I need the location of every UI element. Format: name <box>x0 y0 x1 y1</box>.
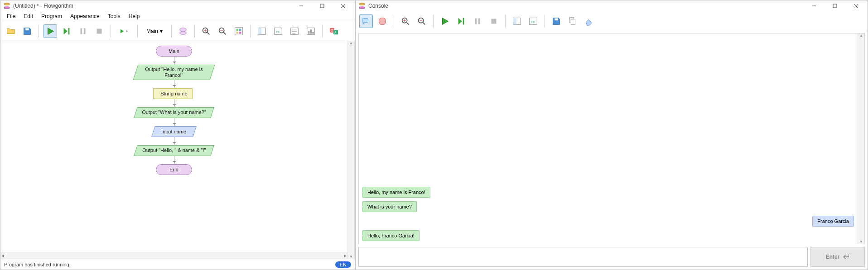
enter-button[interactable]: Enter <box>810 247 865 267</box>
menu-tools[interactable]: Tools <box>104 12 124 20</box>
function-dropdown[interactable]: Main ▾ <box>142 26 167 36</box>
layout-icon[interactable] <box>232 24 246 38</box>
svg-rect-35 <box>310 29 312 33</box>
zoom-out-icon[interactable] <box>216 24 229 38</box>
view-console-icon[interactable] <box>288 24 301 38</box>
stop-icon[interactable] <box>92 24 106 38</box>
svg-point-11 <box>180 28 187 31</box>
svg-rect-44 <box>833 4 837 8</box>
view-code-icon[interactable] <box>255 24 269 38</box>
flow-arrow <box>174 137 174 145</box>
node-output-3[interactable]: Output "Hello, " & name & "!" <box>134 145 214 156</box>
copy-icon[interactable] <box>566 14 579 28</box>
svg-rect-59 <box>492 19 497 24</box>
console-window: Console x= Hello, my name is Franco! Wha… <box>355 0 868 270</box>
svg-rect-7 <box>68 28 70 34</box>
zoom-in-icon[interactable] <box>199 24 213 38</box>
language-pill[interactable]: EN <box>335 261 351 268</box>
menu-appearance[interactable]: Appearance <box>67 12 103 20</box>
close-button[interactable] <box>334 0 352 11</box>
svg-rect-3 <box>320 4 324 8</box>
run-icon[interactable] <box>438 14 452 28</box>
svg-rect-22 <box>239 28 241 31</box>
console-toolbar: x= <box>356 11 868 31</box>
menu-file[interactable]: File <box>3 12 19 20</box>
add-shape-icon[interactable] <box>176 24 190 38</box>
svg-text:文: 文 <box>331 28 333 32</box>
minimize-button[interactable] <box>805 0 823 11</box>
window-title: (Untitled) * - Flowgorithm <box>13 3 289 9</box>
view-chart-icon[interactable] <box>304 24 318 38</box>
enter-label: Enter <box>826 254 840 260</box>
console-message-out: Hello, my name is Franco! <box>362 187 430 198</box>
svg-rect-56 <box>463 18 464 24</box>
menu-edit[interactable]: Edit <box>20 12 37 20</box>
flowgorithm-window: (Untitled) * - Flowgorithm File Edit Pro… <box>0 0 355 270</box>
console-input[interactable] <box>358 247 808 267</box>
menu-help[interactable]: Help <box>125 12 144 20</box>
svg-line-18 <box>224 32 226 34</box>
node-start[interactable]: Main <box>156 46 192 57</box>
translate-icon[interactable]: 文A <box>327 24 341 38</box>
flowchart-canvas[interactable]: Main Output "Hello, my name is Franco!" … <box>0 41 355 259</box>
maximize-button[interactable] <box>826 0 844 11</box>
svg-line-14 <box>207 32 210 34</box>
save-icon[interactable] <box>20 24 34 38</box>
chevron-down-icon: ▾ <box>160 28 163 34</box>
editor-toolbar: Main ▾ x= 文A <box>0 21 355 41</box>
pause-icon[interactable] <box>471 14 484 28</box>
view-vars-icon[interactable]: x= <box>271 24 285 38</box>
svg-rect-8 <box>81 28 82 34</box>
open-icon[interactable] <box>4 24 18 38</box>
maximize-button[interactable] <box>313 0 331 11</box>
minimize-button[interactable] <box>292 0 310 11</box>
node-output-2[interactable]: Output "What is your name?" <box>134 107 214 118</box>
svg-point-12 <box>180 31 187 34</box>
console-body: Hello, my name is Franco! What is your n… <box>356 31 868 270</box>
titlebar: (Untitled) * - Flowgorithm <box>0 0 355 11</box>
zoom-out-icon[interactable] <box>415 14 429 28</box>
svg-rect-1 <box>4 7 10 9</box>
speed-icon[interactable] <box>116 24 133 38</box>
svg-text:x=: x= <box>531 19 535 24</box>
zoom-in-icon[interactable] <box>399 14 412 28</box>
svg-rect-42 <box>359 7 365 9</box>
view-code-icon[interactable] <box>510 14 524 28</box>
titlebar: Console <box>356 0 868 11</box>
flow-arrow <box>174 57 174 65</box>
svg-rect-58 <box>478 18 480 24</box>
svg-rect-9 <box>84 28 86 34</box>
node-input[interactable]: Input name <box>151 126 197 137</box>
vertical-scrollbar[interactable]: ▲▼ <box>858 33 864 244</box>
statusbar: Program has finished running. EN <box>0 259 355 270</box>
status-message: Program has finished running. <box>4 262 71 267</box>
flow-arrow <box>174 156 174 164</box>
close-button[interactable] <box>847 0 865 11</box>
svg-marker-48 <box>379 18 386 24</box>
function-selected: Main <box>146 28 158 34</box>
run-icon[interactable] <box>43 24 57 38</box>
svg-rect-26 <box>258 28 261 34</box>
view-vars-icon[interactable]: x= <box>526 14 540 28</box>
node-declare[interactable]: String name <box>155 88 193 99</box>
step-icon[interactable] <box>454 14 468 28</box>
svg-rect-0 <box>4 3 10 5</box>
console-output[interactable]: Hello, my name is Franco! What is your n… <box>358 33 865 244</box>
stop-icon[interactable] <box>487 14 501 28</box>
menu-program[interactable]: Program <box>38 12 66 20</box>
svg-rect-66 <box>571 19 575 24</box>
stop-mode-icon[interactable] <box>376 14 389 28</box>
vertical-scrollbar[interactable]: ▲▼ <box>347 41 354 259</box>
node-end[interactable]: End <box>156 164 192 175</box>
console-message-in: Franco Garcia <box>812 216 854 227</box>
svg-rect-23 <box>236 31 239 33</box>
svg-text:A: A <box>334 30 337 33</box>
save-icon[interactable] <box>550 14 563 28</box>
step-icon[interactable] <box>60 24 73 38</box>
svg-rect-20 <box>235 27 243 35</box>
pause-icon[interactable] <box>76 24 90 38</box>
chat-mode-icon[interactable] <box>359 14 373 28</box>
horizontal-scrollbar[interactable]: ◀▶ <box>0 252 347 259</box>
node-output-1[interactable]: Output "Hello, my name is Franco!" <box>133 65 215 80</box>
clear-icon[interactable] <box>582 14 596 28</box>
